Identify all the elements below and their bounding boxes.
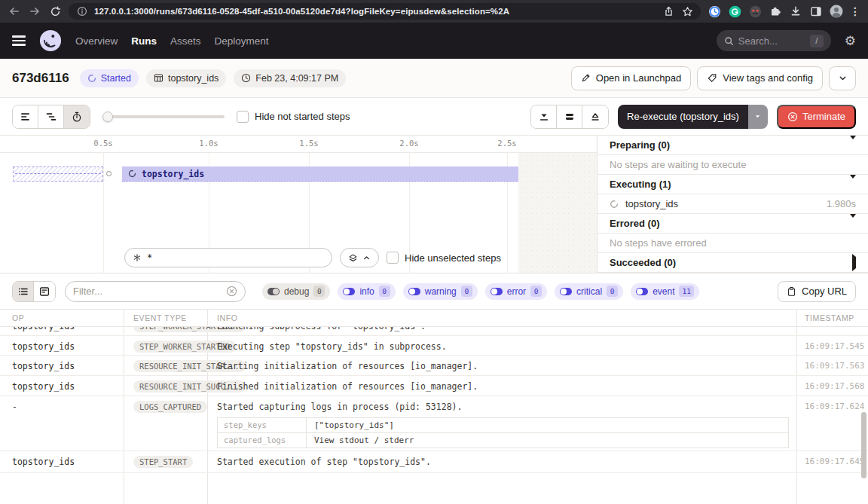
- nav-item-overview[interactable]: Overview: [75, 35, 118, 47]
- axis-tick: 2.5s: [497, 139, 516, 148]
- step-bar-label: topstory_ids: [142, 169, 204, 179]
- log-scrollbar-thumb[interactable]: [861, 412, 866, 478]
- log-filter-input[interactable]: [73, 286, 222, 297]
- clear-filter-icon[interactable]: [226, 286, 237, 297]
- toggle-switch-icon: [267, 288, 280, 295]
- grammarly-extension-icon[interactable]: [728, 5, 741, 18]
- search-input[interactable]: [738, 35, 796, 47]
- executing-step-duration: 1.980s: [827, 198, 856, 209]
- event-metadata-table: step_keys ["topstory_ids"] captured_logs…: [217, 417, 789, 448]
- scroll-to-bottom-button[interactable]: [531, 105, 557, 128]
- axis-tick: 0.5s: [93, 139, 112, 148]
- open-in-launchpad-button[interactable]: Open in Launchpad: [571, 66, 691, 90]
- caret-down-icon: [850, 139, 856, 151]
- timing-view-button[interactable]: [64, 105, 90, 128]
- extensions-puzzle-icon[interactable]: [769, 5, 782, 18]
- hide-unselected-checkbox[interactable]: [387, 252, 399, 264]
- executing-step-row[interactable]: topstory_ids 1.980s: [598, 194, 868, 214]
- gantt-step-bar[interactable]: topstory_ids: [122, 166, 518, 182]
- share-icon[interactable]: [662, 5, 675, 18]
- slider-knob[interactable]: [102, 111, 113, 122]
- caret-down-icon: [850, 218, 856, 229]
- hamburger-menu-icon[interactable]: [12, 35, 26, 46]
- address-bar[interactable]: 127.0.0.1:3000/runs/673d6116-0528-45df-a…: [69, 3, 701, 20]
- hide-not-started-checkbox[interactable]: [237, 111, 249, 123]
- level-toggle-event[interactable]: event 11: [631, 283, 699, 300]
- slider-track: [102, 115, 225, 118]
- metadata-row: captured_logs View stdout / stderr: [218, 433, 788, 447]
- column-header-op: OP: [0, 310, 124, 326]
- metadata-row: step_keys ["topstory_ids"]: [218, 418, 788, 433]
- reexecute-split-button: Re-execute (topstory_ids): [618, 105, 768, 129]
- step-selector[interactable]: [124, 248, 332, 267]
- log-filter[interactable]: [65, 281, 246, 302]
- forward-icon[interactable]: [28, 5, 41, 18]
- section-executing[interactable]: Executing (1): [598, 175, 868, 194]
- level-toggle-debug[interactable]: debug 0: [262, 283, 330, 300]
- emoji-extension-icon[interactable]: [748, 5, 762, 18]
- structured-view-button[interactable]: [34, 282, 55, 301]
- nav-item-assets[interactable]: Assets: [170, 35, 201, 47]
- nav-item-deployment[interactable]: Deployment: [215, 35, 269, 47]
- downloads-icon[interactable]: [789, 5, 802, 18]
- run-logs-section: debug 0 info 0 warning 0 error 0 critica…: [0, 273, 868, 504]
- history-extension-icon[interactable]: [708, 5, 721, 18]
- log-table-filler: [0, 473, 868, 504]
- reexecute-button[interactable]: Re-execute (topstory_ids): [618, 105, 748, 129]
- step-selector-input[interactable]: [147, 252, 324, 263]
- column-header-info: INFO: [208, 310, 797, 326]
- settings-gear-icon[interactable]: ⚙: [845, 35, 856, 47]
- browser-menu-icon[interactable]: ⋮: [850, 6, 860, 17]
- level-count-badge: 0: [313, 286, 325, 297]
- log-row-logs-captured[interactable]: - LOGS_CAPTURED Started capturing logs i…: [0, 396, 868, 451]
- run-main-area: 0.5s 1.0s 1.5s 2.0s 2.5s topstory_ids: [0, 136, 868, 273]
- section-errored[interactable]: Errored (0): [598, 214, 868, 234]
- log-row[interactable]: topstory_ids RESOURCE_INIT_STAR... Start…: [0, 356, 868, 376]
- log-table: OP EVENT TYPE INFO TIMESTAMP topstory_id…: [0, 309, 868, 504]
- job-icon: [154, 73, 164, 83]
- level-toggle-critical[interactable]: critical 0: [555, 283, 623, 300]
- waterfall-view-button[interactable]: [38, 105, 64, 128]
- run-status-badge: Started: [80, 69, 139, 87]
- level-toggle-warning[interactable]: warning 0: [403, 283, 478, 300]
- log-row[interactable]: topstory_ids STEP_START Started executio…: [0, 451, 868, 473]
- run-more-actions-button[interactable]: [829, 66, 856, 90]
- list-view-button[interactable]: [13, 282, 34, 301]
- level-toggle-info[interactable]: info 0: [338, 283, 395, 300]
- side-panel-icon[interactable]: [809, 5, 823, 18]
- nav-item-runs[interactable]: Runs: [131, 35, 157, 47]
- run-job-pill[interactable]: topstory_ids: [146, 69, 226, 87]
- axis-tick: 2.0s: [399, 139, 418, 148]
- dagster-logo[interactable]: [39, 29, 62, 52]
- view-stdout-stderr-link[interactable]: View stdout / stderr: [307, 433, 421, 447]
- site-info-icon[interactable]: [75, 5, 89, 18]
- log-toolbar: debug 0 info 0 warning 0 error 0 critica…: [0, 273, 868, 309]
- reload-icon[interactable]: [48, 5, 62, 18]
- profile-avatar[interactable]: [830, 5, 843, 18]
- reexecute-dropdown-button[interactable]: [748, 105, 768, 129]
- copy-url-button[interactable]: Copy URL: [778, 281, 856, 302]
- preparing-empty-message: No steps are waiting to execute: [598, 155, 868, 175]
- view-tags-config-button[interactable]: View tags and config: [697, 66, 823, 90]
- gantt-chart: 0.5s 1.0s 1.5s 2.0s 2.5s topstory_ids: [0, 136, 598, 273]
- level-toggle-error[interactable]: error 0: [485, 283, 547, 300]
- level-count-badge: 0: [607, 286, 618, 297]
- bookmark-star-icon[interactable]: [680, 5, 694, 18]
- section-preparing[interactable]: Preparing (0): [598, 136, 868, 155]
- column-header-event-type: EVENT TYPE: [124, 310, 208, 326]
- terminate-button[interactable]: Terminate: [777, 105, 856, 129]
- section-succeeded[interactable]: Succeeded (0): [598, 253, 868, 273]
- graph-layers-button[interactable]: [340, 248, 379, 267]
- split-panels-button[interactable]: [557, 105, 582, 128]
- log-row[interactable]: topstory_ids STEP_WORKER_STARTED Executi…: [0, 336, 868, 356]
- log-row[interactable]: topstory_ids RESOURCE_INIT_SUCC... Finis…: [0, 376, 868, 396]
- axis-tick: 1.5s: [299, 139, 318, 148]
- scroll-to-top-button[interactable]: [582, 105, 608, 128]
- log-row-partial[interactable]: topstory_ids STEP_WORKER_STARTI... Launc…: [0, 327, 868, 336]
- global-search[interactable]: /: [717, 30, 831, 51]
- errored-empty-message: No steps have errored: [598, 234, 868, 253]
- gantt-zoom-slider[interactable]: [102, 111, 225, 123]
- flat-view-button[interactable]: [13, 105, 38, 128]
- clock-icon: [241, 73, 251, 83]
- back-icon[interactable]: [8, 5, 21, 18]
